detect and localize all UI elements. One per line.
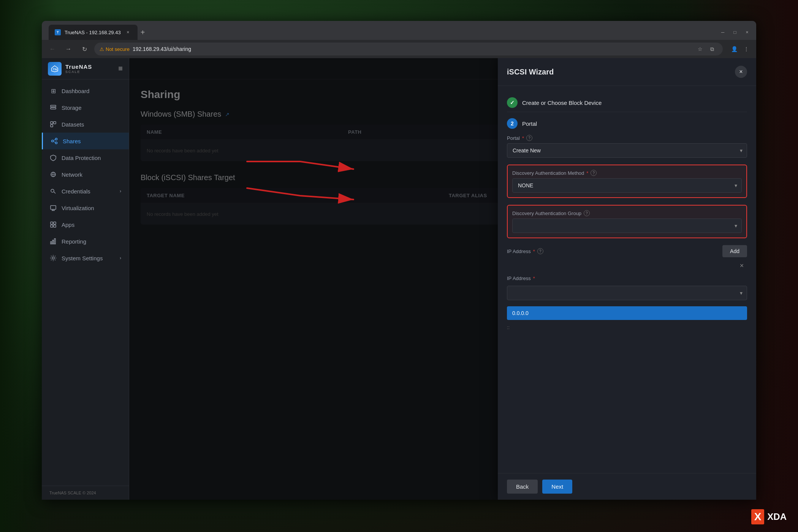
add-ip-button[interactable]: Add	[722, 245, 747, 257]
svg-rect-20	[51, 222, 53, 224]
ip-value-0-0-0-0: 0.0.0.0	[507, 306, 747, 320]
portal-label: Portal * ?	[507, 135, 747, 141]
address-bar-icons: ☆ ⧉	[695, 44, 717, 54]
svg-text:TN: TN	[53, 68, 57, 71]
svg-point-8	[52, 140, 54, 142]
ip-remove-row: ×	[507, 260, 747, 274]
next-button-wizard[interactable]: Next	[542, 480, 572, 494]
portal-field-group: Portal * ? Create New ▾	[507, 135, 747, 158]
wizard-step-1: ✓ Create or Choose Block Device	[507, 93, 747, 112]
discovery-auth-method-help-icon[interactable]: ?	[591, 170, 597, 176]
sidebar-item-credentials[interactable]: Credentials ›	[42, 183, 129, 200]
ip-address-label: IP Address * ?	[507, 248, 543, 254]
step-2-label: Portal	[522, 120, 537, 127]
ip-select-wrap: ▾	[507, 286, 747, 300]
system-settings-arrow-icon: ›	[120, 255, 121, 261]
wizard-footer: Back Next	[498, 473, 756, 500]
wizard-close-button[interactable]: ×	[735, 66, 747, 78]
discovery-auth-method-select[interactable]: NONE CHAP Mutual CHAP	[512, 178, 742, 193]
new-tab-button[interactable]: +	[138, 27, 148, 38]
discovery-auth-group-select[interactable]	[512, 218, 742, 233]
discovery-auth-group-help-icon[interactable]: ?	[584, 210, 590, 216]
sidebar-item-datasets[interactable]: Datasets	[42, 116, 129, 133]
sidebar-label-apps: Apps	[62, 222, 74, 228]
svg-rect-3	[51, 108, 56, 109]
discovery-auth-method-label-text: Discovery Authentication Method	[512, 170, 584, 176]
discovery-auth-group-select-wrap: ▾	[512, 218, 742, 233]
virtualization-icon	[49, 204, 57, 212]
system-settings-icon	[49, 254, 57, 262]
shares-icon	[51, 137, 58, 145]
wizard-body: ✓ Create or Choose Block Device 2 Portal	[498, 86, 756, 473]
svg-rect-5	[51, 125, 53, 127]
footer-version: TrueNAS SCALE © 2024	[49, 491, 121, 495]
ip-address-row: IP Address * ▾ 0.0.0	[507, 276, 747, 332]
more-options-icon[interactable]: ⋮	[741, 44, 752, 54]
tab-title: TrueNAS - 192.168.29.43	[65, 30, 121, 35]
discovery-auth-group-group: Discovery Authentication Group ? ▾	[507, 205, 747, 238]
sidebar-item-virtualization[interactable]: Virtualization	[42, 200, 129, 216]
portal-help-icon[interactable]: ?	[526, 135, 532, 141]
sidebar-label-virtualization: Virtualization	[62, 205, 94, 211]
sidebar-item-apps[interactable]: Apps	[42, 216, 129, 233]
xda-watermark: X XDA	[751, 509, 787, 524]
close-button[interactable]: ×	[742, 27, 752, 38]
hamburger-menu-button[interactable]: ≡	[118, 64, 123, 73]
remove-ip-button[interactable]: ×	[736, 260, 747, 271]
tab-bar: T TrueNAS - 192.168.29.43 × + ─ □ ×	[42, 21, 756, 40]
sidebar-label-shares: Shares	[63, 138, 81, 144]
svg-line-10	[53, 139, 55, 141]
datasets-icon	[49, 120, 57, 128]
main-content-area: iX iXsystems adm	[129, 58, 756, 500]
minimize-button[interactable]: ─	[717, 27, 728, 38]
browser-window: T TrueNAS - 192.168.29.43 × + ─ □ × ← → …	[42, 21, 756, 500]
dashboard-icon: ⊞	[49, 87, 57, 95]
svg-rect-6	[54, 122, 56, 124]
tab-close-button[interactable]: ×	[125, 29, 131, 36]
address-input-wrap[interactable]: ⚠ Not secure 192.168.29.43/ui/sharing ☆ …	[94, 43, 723, 55]
sidebar-item-storage[interactable]: Storage	[42, 99, 129, 116]
ip-address-label-text: IP Address	[507, 249, 531, 254]
iscsi-wizard-panel: iSCSI Wizard × ✓ Create or Choose Block …	[498, 58, 756, 500]
credentials-icon	[49, 187, 57, 195]
svg-rect-4	[51, 122, 53, 124]
sidebar-item-network[interactable]: Network	[42, 166, 129, 183]
extensions-icon[interactable]: ⧉	[707, 44, 717, 54]
sidebar-item-system-settings[interactable]: System Settings ›	[42, 250, 129, 266]
discovery-auth-group-label: Discovery Authentication Group ?	[512, 210, 742, 216]
portal-select[interactable]: Create New	[507, 143, 747, 158]
discovery-auth-method-label: Discovery Authentication Method * ?	[512, 170, 742, 176]
svg-line-11	[53, 141, 55, 142]
back-button[interactable]: ←	[46, 43, 59, 55]
sidebar-header: TN TrueNAS SCALE ≡	[42, 58, 129, 79]
sidebar-item-reporting[interactable]: Reporting	[42, 233, 129, 250]
ip-select[interactable]	[507, 286, 747, 300]
address-url: 192.168.29.43/ui/sharing	[133, 46, 692, 52]
ip-address-help-icon[interactable]: ?	[537, 248, 543, 254]
step-2-header: 2 Portal	[507, 118, 747, 129]
browser-tab-active[interactable]: T TrueNAS - 192.168.29.43 ×	[49, 25, 138, 40]
back-button-wizard[interactable]: Back	[507, 480, 538, 494]
sidebar-item-dashboard[interactable]: ⊞ Dashboard	[42, 82, 129, 99]
svg-rect-16	[51, 206, 56, 209]
maximize-button[interactable]: □	[730, 27, 740, 38]
data-protection-icon	[49, 154, 57, 162]
app-content: TN TrueNAS SCALE ≡ ⊞ Dashboard	[42, 58, 756, 500]
wizard-header: iSCSI Wizard ×	[498, 58, 756, 86]
profile-icon[interactable]: 👤	[729, 44, 739, 54]
sidebar-item-shares[interactable]: Shares	[42, 133, 129, 149]
truenas-brand-name: TrueNAS SCALE	[65, 63, 92, 74]
forward-button[interactable]: →	[62, 43, 74, 55]
refresh-button[interactable]: ↻	[78, 43, 90, 55]
bookmark-icon[interactable]: ☆	[695, 44, 705, 54]
brand-truenas: TrueNAS	[65, 63, 92, 70]
wizard-title: iSCSI Wizard	[507, 68, 554, 76]
sidebar-label-dashboard: Dashboard	[62, 88, 89, 94]
svg-rect-22	[51, 225, 53, 227]
brand-scale: SCALE	[65, 70, 92, 74]
sidebar-item-data-protection[interactable]: Data Protection	[42, 149, 129, 166]
sidebar-label-reporting: Reporting	[62, 238, 86, 245]
svg-point-14	[51, 189, 54, 192]
ip-address-section: IP Address * ? Add ×	[507, 245, 747, 332]
apps-icon	[49, 221, 57, 228]
